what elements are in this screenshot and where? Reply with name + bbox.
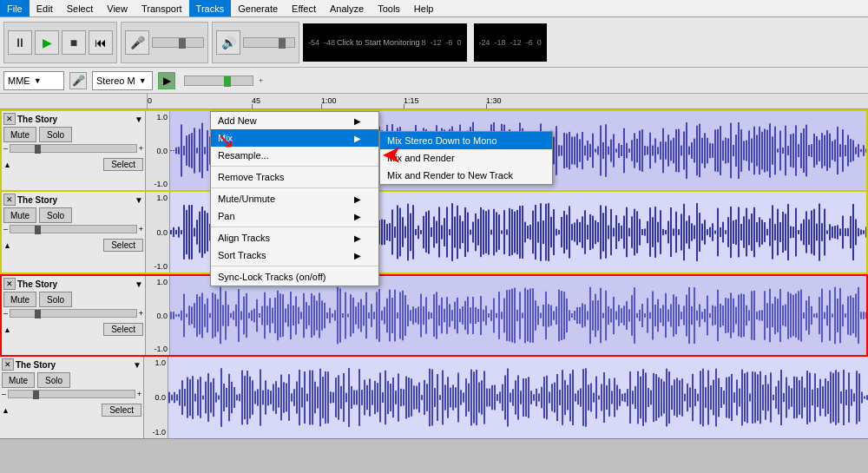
menu-resample[interactable]: Resample... xyxy=(211,147,378,164)
track-2-scale: 1.0 0.0 -1.0 xyxy=(146,192,170,273)
transport-controls: ⏸ ▶ ■ ⏮ xyxy=(3,22,117,63)
mix-stereo-mono[interactable]: Mix Stereo Down to Mono xyxy=(380,132,552,149)
stop-button[interactable]: ■ xyxy=(62,30,86,55)
mic-input-icon[interactable]: 🎤 xyxy=(69,72,87,89)
mic-icon[interactable]: 🎤 xyxy=(125,30,149,55)
device-dropdown-arrow: ▼ xyxy=(34,76,42,85)
track-4-vol-label: – xyxy=(2,390,6,398)
red-arrow-indicator: ➤ xyxy=(382,141,402,170)
track-3-name: The Story xyxy=(17,279,133,289)
menu-mute-unmute[interactable]: Mute/Unmute ▶ xyxy=(211,190,378,207)
pause-button[interactable]: ⏸ xyxy=(8,30,32,55)
menubar: File Edit Select View Transport Tracks G… xyxy=(0,0,868,17)
track-3-solo[interactable]: Solo xyxy=(39,292,72,307)
track-4-select-btn[interactable]: Select xyxy=(102,404,141,417)
track-4-expand[interactable]: ▲ xyxy=(2,406,10,415)
menu-sort-tracks[interactable]: Sort Tracks ▶ xyxy=(211,246,378,264)
play-button[interactable]: ▶ xyxy=(35,30,59,55)
track-3: ✕ The Story ▼ Mute Solo – + ▲ Select 1.0 xyxy=(0,274,868,357)
track-4-volume-slider[interactable] xyxy=(8,390,135,398)
track-1-mute[interactable]: Mute xyxy=(3,127,36,142)
track-1-name: The Story xyxy=(17,115,133,124)
menu-sep-4 xyxy=(211,266,378,266)
track-4-arrow[interactable]: ▼ xyxy=(133,360,141,370)
track-2-solo[interactable]: Solo xyxy=(39,207,72,223)
track-2-mute[interactable]: Mute xyxy=(3,207,36,223)
track-2: ✕ The Story ▼ Mute Solo – + ▲ Select 1.0 xyxy=(0,192,868,274)
menu-analyze[interactable]: Analyze xyxy=(323,0,371,16)
track-4-mute[interactable]: Mute xyxy=(2,372,35,388)
track-1-expand[interactable]: ▲ xyxy=(3,161,11,169)
track-1-solo[interactable]: Solo xyxy=(39,127,72,142)
mix-arrow: ▶ xyxy=(354,134,361,143)
track-3-expand[interactable]: ▲ xyxy=(3,325,11,334)
track-4-waveform xyxy=(168,357,868,438)
track-3-close[interactable]: ✕ xyxy=(3,278,16,290)
menu-add-new[interactable]: Add New ▶ xyxy=(211,112,378,129)
track-3-volume-slider[interactable] xyxy=(10,309,137,318)
add-new-arrow: ▶ xyxy=(354,116,361,126)
track-3-select-btn[interactable]: Select xyxy=(103,323,143,336)
menu-tools[interactable]: Tools xyxy=(371,0,407,16)
track-2-arrow[interactable]: ▼ xyxy=(135,195,143,205)
track-2-select-btn[interactable]: Select xyxy=(103,239,143,252)
stereo-select[interactable]: Stereo M ▼ xyxy=(92,71,153,90)
device-select[interactable]: MME ▼ xyxy=(3,71,64,90)
track-1-vol-plus: + xyxy=(139,144,143,153)
track-1-controls: ✕ The Story ▼ Mute Solo – + ▲ Select xyxy=(2,111,146,190)
menu-sep-2 xyxy=(211,187,378,188)
mute-arrow: ▶ xyxy=(354,194,361,204)
track-3-arrow[interactable]: ▼ xyxy=(135,279,143,289)
menu-align-tracks[interactable]: Align Tracks ▶ xyxy=(211,229,378,246)
tracks-container: 0 45 1:00 1:15 1:30 ✕ The Story ▼ Mute xyxy=(0,94,868,439)
menu-view[interactable]: View xyxy=(100,0,135,16)
menu-tracks[interactable]: Tracks xyxy=(189,0,232,16)
track-3-mute[interactable]: Mute xyxy=(3,292,36,307)
track-2-close[interactable]: ✕ xyxy=(3,194,16,206)
track-1-volume-slider[interactable] xyxy=(10,144,137,153)
track-2-expand[interactable]: ▲ xyxy=(3,241,11,250)
mix-render-new-track[interactable]: Mix and Render to New Track xyxy=(380,167,552,184)
track-2-name: The Story xyxy=(17,195,133,205)
toolbar: ⏸ ▶ ■ ⏮ 🎤 🔊 -54 -48 Click to Start Monit… xyxy=(0,17,868,68)
pan-arrow: ▶ xyxy=(354,212,361,221)
track-2-volume-slider[interactable] xyxy=(10,225,137,233)
track-4-close[interactable]: ✕ xyxy=(2,358,14,371)
track-4-name: The Story xyxy=(16,360,131,370)
track-4: ✕ The Story ▼ Mute Solo – + ▲ Select 1.0 xyxy=(0,357,868,439)
menu-sep-1 xyxy=(211,166,378,167)
skip-button[interactable]: ⏮ xyxy=(89,30,113,55)
track-4-controls: ✕ The Story ▼ Mute Solo – + ▲ Select xyxy=(0,357,144,438)
track-1-select-btn[interactable]: Select xyxy=(103,158,143,171)
menu-mix[interactable]: Mix ▶ xyxy=(211,129,378,147)
menu-effect[interactable]: Effect xyxy=(285,0,323,16)
track-1-arrow[interactable]: ▼ xyxy=(135,115,143,124)
playback-icon[interactable]: ▶ xyxy=(158,72,175,89)
align-arrow: ▶ xyxy=(354,233,361,243)
ruler: 0 45 1:00 1:15 1:30 xyxy=(0,94,868,109)
menu-pan[interactable]: Pan ▶ xyxy=(211,207,378,225)
track-2-vol-plus: + xyxy=(139,225,143,233)
menu-help[interactable]: Help xyxy=(407,0,441,16)
menu-file[interactable]: File xyxy=(0,0,30,16)
track-4-scale: 1.0 0.0 -1.0 xyxy=(144,357,168,438)
speaker-icon[interactable]: 🔊 xyxy=(216,30,240,55)
menu-select[interactable]: Select xyxy=(60,0,101,16)
menu-transport[interactable]: Transport xyxy=(135,0,189,16)
track-3-waveform xyxy=(170,276,866,355)
track-1-close[interactable]: ✕ xyxy=(3,113,16,125)
menu-sync-lock[interactable]: Sync-Lock Tracks (on/off) xyxy=(211,268,378,286)
menu-remove-tracks[interactable]: Remove Tracks xyxy=(211,168,378,186)
track-2-vol-label: – xyxy=(3,225,8,233)
mix-and-render[interactable]: Mix and Render xyxy=(380,149,552,167)
menu-sep-3 xyxy=(211,227,378,227)
track-4-solo[interactable]: Solo xyxy=(37,372,70,388)
stereo-dropdown-arrow: ▼ xyxy=(139,76,147,85)
mix-submenu: Mix Stereo Down to Mono Mix and Render M… xyxy=(379,131,553,185)
track-1-vol-label: – xyxy=(3,144,8,153)
toolbar2: MME ▼ 🎤 Stereo M ▼ ▶ + xyxy=(0,68,868,94)
track-3-vol-plus: + xyxy=(139,309,143,318)
menu-edit[interactable]: Edit xyxy=(30,0,60,16)
input-controls: 🎤 xyxy=(121,22,208,63)
menu-generate[interactable]: Generate xyxy=(231,0,285,16)
